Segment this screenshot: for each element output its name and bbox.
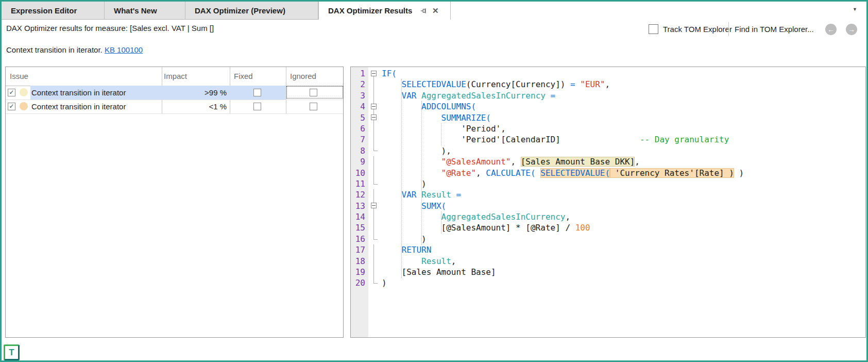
code-line-text: [Sales Amount Base] [379, 267, 496, 277]
code-line: 10 "@Rate", CALCULATE( SELECTEDVALUE( 'C… [351, 168, 865, 178]
fold-rail [368, 134, 379, 145]
code-line-text: VAR AggregatedSalesInCurrency = [379, 90, 555, 101]
code-line: 1IF( [351, 68, 865, 79]
fold-rail [368, 189, 379, 200]
code-line: 3 VAR AggregatedSalesInCurrency = [351, 90, 865, 101]
column-header-fixed[interactable]: Fixed [234, 67, 253, 86]
dax-optimizer-window: Expression Editor What's New DAX Optimiz… [0, 0, 868, 362]
fixed-checkbox[interactable] [253, 103, 261, 110]
code-line: 20) [351, 277, 865, 288]
close-icon[interactable]: ✕ [431, 6, 440, 15]
navigate-forward-icon[interactable]: → [846, 24, 857, 35]
line-number: 15 [351, 222, 368, 233]
fold-rail [368, 168, 379, 178]
line-number: 6 [351, 123, 368, 134]
fold-collapse-icon[interactable] [368, 201, 379, 211]
code-line-text: RETURN [379, 244, 431, 255]
navigate-back-icon[interactable]: ← [825, 24, 837, 35]
code-line: 8 ), [351, 145, 865, 156]
fold-collapse-icon[interactable] [368, 112, 379, 123]
issue-enabled-checkbox[interactable]: ✓ [8, 89, 15, 96]
issue-name: Context transition in iterator [31, 100, 126, 113]
impact-dot-icon [20, 102, 28, 110]
line-number: 16 [351, 234, 368, 244]
ignored-checkbox[interactable] [310, 89, 317, 96]
tab-expression-editor[interactable]: Expression Editor [2, 2, 105, 20]
code-line: 7 'Period'[CalendarID] -- Day granularit… [351, 134, 865, 145]
tabular-editor-logo: T [4, 344, 20, 360]
code-line-text: SUMX( [379, 201, 446, 211]
tab-dax-optimizer-results[interactable]: DAX Optimizer Results ✕ [318, 2, 451, 20]
line-number: 7 [351, 134, 368, 145]
issue-summary-text: Context transition in iterator. [6, 45, 105, 54]
impact-dot-icon [20, 88, 28, 96]
line-number: 19 [351, 267, 368, 277]
line-number: 12 [351, 189, 368, 200]
kb-article-link[interactable]: KB 100100 [105, 45, 143, 54]
fold-rail [368, 256, 379, 267]
fold-rail [368, 267, 379, 277]
code-line-text: AggregatedSalesInCurrency, [379, 211, 570, 222]
code-line: 18 Result, [351, 256, 865, 267]
impact-value: <1 % [164, 100, 227, 113]
code-line: 9 "@SalesAmount", [Sales Amount Base DKK… [351, 156, 865, 167]
line-number: 1 [351, 68, 368, 79]
code-line-text: ) [379, 234, 427, 244]
issues-table: Issue Impact Fixed Ignored ✓Context tran… [5, 67, 344, 338]
fold-rail [368, 79, 379, 90]
track-tom-explorer-label[interactable]: Track TOM Explorer [663, 25, 732, 34]
code-line-text: 'Period', [379, 123, 506, 134]
fold-collapse-icon[interactable] [368, 101, 379, 112]
code-line-text: Result, [379, 256, 456, 267]
code-line: 12 VAR Result = [351, 189, 865, 200]
code-line-text: IF( [379, 68, 397, 79]
toolbar-separator [728, 22, 729, 36]
chevron-down-icon[interactable]: ▼ [853, 7, 857, 12]
line-number: 20 [351, 277, 368, 288]
ignored-checkbox[interactable] [310, 103, 317, 110]
track-tom-explorer-checkbox[interactable] [649, 24, 658, 34]
code-line-text: "@Rate", CALCULATE( SELECTEDVALUE( 'Curr… [379, 168, 744, 178]
code-line-text: ) [379, 178, 427, 189]
code-line: 2 SELECTEDVALUE(Currency[Currency]) = "E… [351, 79, 865, 90]
code-line-text: [@SalesAmount] * [@Rate] / 100 [379, 222, 590, 233]
column-header-issue[interactable]: Issue [10, 67, 28, 86]
row-divider [6, 113, 343, 114]
fold-rail [368, 145, 379, 156]
fold-rail [368, 222, 379, 233]
code-line-text: VAR Result = [379, 189, 461, 200]
code-line-text: ADDCOLUMNS( [379, 101, 476, 112]
issue-summary: Context transition in iterator. KB 10010… [6, 45, 143, 54]
find-in-tom-explorer-button[interactable]: Find in TOM Explorer... [735, 25, 814, 34]
tab-dax-optimizer-preview[interactable]: DAX Optimizer (Preview) [185, 2, 318, 20]
line-number: 13 [351, 201, 368, 211]
fixed-checkbox[interactable] [253, 89, 261, 96]
column-header-impact[interactable]: Impact [164, 67, 187, 86]
line-number: 8 [351, 145, 368, 156]
issue-row[interactable]: ✓Context transition in iterator<1 % [6, 100, 343, 113]
fold-collapse-icon[interactable] [368, 68, 379, 79]
issue-highlight-yellow: [Sales Amount Base DKK] [521, 157, 635, 167]
issue-row[interactable]: ✓Context transition in iterator>99 % [6, 86, 343, 100]
issue-enabled-checkbox[interactable]: ✓ [8, 103, 15, 110]
active-tab-label: DAX Optimizer Results [328, 2, 412, 20]
issue-name: Context transition in iterator [31, 86, 126, 100]
line-number: 18 [351, 256, 368, 267]
code-line: 19 [Sales Amount Base] [351, 267, 865, 277]
code-line-text: 'Period'[CalendarID] -- Day granularity [379, 134, 729, 145]
line-number: 9 [351, 156, 368, 167]
fold-rail [368, 244, 379, 255]
fold-rail [368, 156, 379, 167]
fold-rail [368, 178, 379, 189]
tab-whats-new[interactable]: What's New [105, 2, 185, 20]
fold-rail [368, 211, 379, 222]
dax-code-editor[interactable]: 1IF(2 SELECTEDVALUE(Currency[Currency]) … [350, 67, 866, 338]
code-line: 17 RETURN [351, 244, 865, 255]
pin-icon[interactable] [419, 6, 429, 15]
column-header-ignored[interactable]: Ignored [290, 67, 316, 86]
code-line: 13 SUMX( [351, 201, 865, 211]
line-number: 17 [351, 244, 368, 255]
code-line: 11 ) [351, 178, 865, 189]
fold-rail [368, 90, 379, 101]
code-line: 6 'Period', [351, 123, 865, 134]
